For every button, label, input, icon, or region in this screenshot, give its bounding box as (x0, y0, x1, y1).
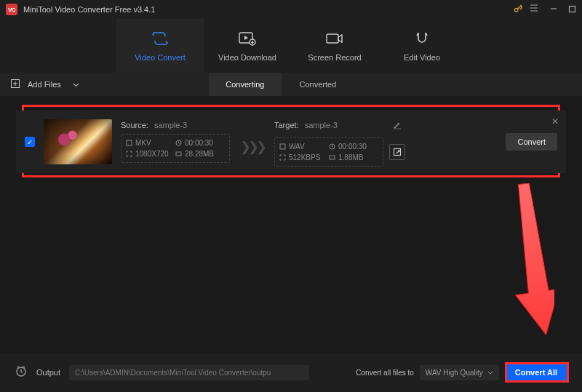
bitrate-icon (279, 154, 286, 161)
title-bar: VC MiniTool Video Converter Free v3.4.1 (0, 0, 582, 19)
file-checkbox[interactable]: ✓ (25, 137, 35, 147)
tab-label: Edit Video (404, 53, 440, 62)
file-row: ✓ Source: sample-3 MKV 00:00:30 1080X720… (16, 111, 566, 173)
record-icon (325, 30, 344, 47)
svg-point-0 (514, 8, 518, 12)
target-settings-button[interactable] (389, 144, 405, 160)
svg-rect-8 (176, 152, 181, 156)
toolbar: Add Files Converting Converted (0, 73, 582, 96)
chevron-down-icon (487, 371, 493, 375)
convert-all-to-label: Convert all files to (356, 369, 413, 377)
tab-video-download[interactable]: Video Download (204, 19, 291, 73)
bottom-bar: Output C:\Users\ADMIN\Documents\MiniTool… (0, 353, 582, 392)
menu-icon[interactable] (529, 3, 539, 16)
clock-icon (175, 140, 182, 146)
minimize-icon[interactable] (549, 3, 558, 16)
edit-icon (414, 30, 430, 47)
tab-label: Screen Record (308, 53, 361, 62)
target-block: Target: sample-3 WAV 00:00:30 512KBPS 1.… (274, 117, 405, 167)
schedule-icon[interactable] (15, 364, 28, 380)
arrow-icon: ❯❯❯ (239, 129, 266, 155)
format-icon (279, 143, 286, 150)
format-icon (126, 140, 132, 146)
resolution-icon (126, 151, 132, 157)
output-path-field[interactable]: C:\Users\ADMIN\Documents\MiniTool Video … (69, 365, 309, 380)
svg-rect-11 (330, 156, 335, 159)
add-file-icon (10, 79, 20, 90)
subtab-converting[interactable]: Converting (209, 73, 282, 96)
sub-tabs: Converting Converted (209, 73, 354, 96)
svg-rect-6 (127, 140, 132, 145)
add-files-label: Add Files (28, 80, 61, 89)
add-files-button[interactable]: Add Files (0, 73, 89, 96)
tab-edit-video[interactable]: Edit Video (378, 19, 466, 73)
source-filename: sample-3 (154, 121, 187, 129)
svg-rect-1 (570, 7, 575, 12)
output-format-select[interactable]: WAV High Quality (420, 365, 499, 380)
tab-label: Video Convert (135, 53, 186, 62)
convert-icon (150, 30, 170, 47)
key-icon[interactable] (513, 4, 523, 16)
chevron-down-icon (73, 80, 79, 89)
edit-target-icon[interactable] (389, 117, 405, 133)
annotation-arrow (511, 183, 554, 336)
convert-all-button[interactable]: Convert All (505, 364, 567, 381)
target-label: Target: (274, 121, 299, 129)
svg-rect-4 (327, 34, 338, 43)
convert-button[interactable]: Convert (506, 133, 557, 151)
size-icon (175, 151, 182, 157)
tab-video-convert[interactable]: Video Convert (116, 19, 204, 73)
download-icon (238, 30, 257, 47)
maximize-icon[interactable] (568, 3, 576, 16)
source-block: Source: sample-3 MKV 00:00:30 1080X720 2… (121, 121, 230, 163)
source-metadata: MKV 00:00:30 1080X720 28.28MB (121, 134, 230, 163)
svg-rect-9 (280, 144, 285, 149)
app-logo: VC (6, 4, 17, 15)
size-icon (329, 154, 335, 161)
target-filename: sample-3 (305, 121, 338, 129)
tab-label: Video Download (218, 53, 276, 62)
output-label: Output (36, 368, 60, 377)
video-thumbnail[interactable] (44, 119, 112, 164)
subtab-converted[interactable]: Converted (282, 73, 354, 96)
target-metadata: WAV 00:00:30 512KBPS 1.88MB (274, 137, 383, 167)
source-label: Source: (121, 121, 148, 129)
file-list: ✓ Source: sample-3 MKV 00:00:30 1080X720… (0, 96, 582, 353)
app-title: MiniTool Video Converter Free v3.4.1 (23, 5, 513, 14)
clock-icon (329, 143, 335, 150)
remove-file-icon[interactable]: ✕ (551, 116, 559, 127)
nav-tabs: Video Convert Video Download Screen Reco… (0, 19, 582, 73)
tab-screen-record[interactable]: Screen Record (291, 19, 378, 73)
